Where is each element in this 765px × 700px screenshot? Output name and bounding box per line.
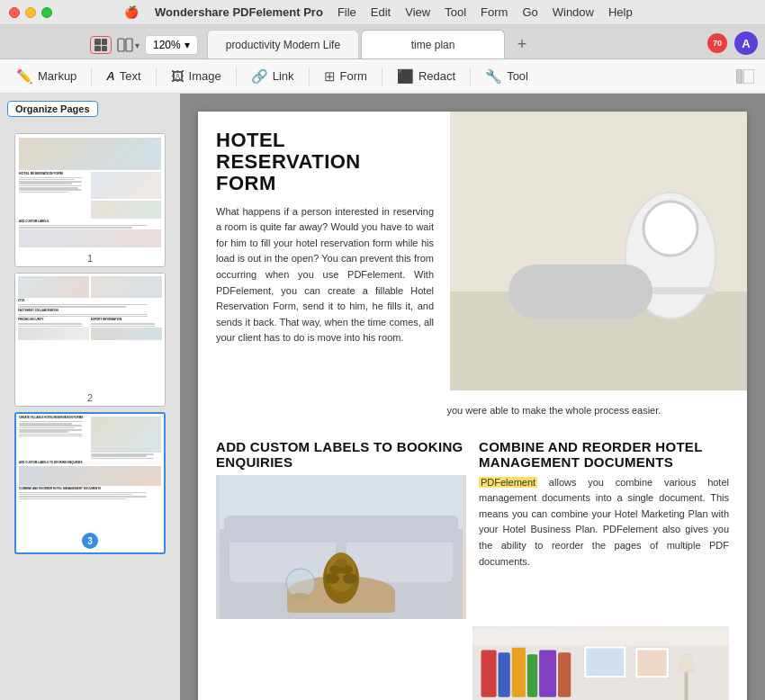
form-button[interactable]: ⊞ Form bbox=[315, 65, 376, 88]
page2-mini-content: ZYJE FACTSHEET COLLABORATION PRICING SEC… bbox=[15, 274, 165, 343]
svg-point-42 bbox=[292, 593, 310, 600]
pdf-below-right-text: you were able to make the whole process … bbox=[198, 390, 747, 419]
form-label: Form bbox=[340, 69, 367, 83]
pdf-body-text: What happens if a person interested in r… bbox=[216, 204, 434, 346]
tool-label: Tool bbox=[507, 69, 528, 83]
divider-2 bbox=[156, 67, 157, 85]
tab-add-button[interactable]: + bbox=[510, 32, 534, 56]
pdf-page: HOTELRESERVATIONFORM What happens if a p… bbox=[198, 112, 747, 700]
section2-title: ADD CUSTOM LABELS TO BOOKING ENQUIRIES bbox=[216, 439, 466, 470]
svg-rect-48 bbox=[527, 654, 537, 697]
svg-point-37 bbox=[343, 573, 357, 584]
svg-line-15 bbox=[643, 265, 653, 269]
image-label: Image bbox=[189, 69, 221, 83]
svg-rect-5 bbox=[450, 116, 747, 291]
view-grid-toggle[interactable] bbox=[90, 36, 112, 54]
pdf-left-col: HOTELRESERVATIONFORM What happens if a p… bbox=[198, 112, 450, 390]
tab-timeplan-label: time plan bbox=[411, 39, 455, 51]
divider-3 bbox=[236, 67, 237, 85]
apple-menu[interactable]: 🍎 bbox=[124, 5, 139, 19]
svg-rect-3 bbox=[743, 69, 754, 84]
pdf-section2-row: ADD CUSTOM LABELS TO BOOKING ENQUIRIES bbox=[198, 419, 747, 619]
pdf-bottom-section bbox=[198, 619, 747, 700]
svg-point-20 bbox=[559, 257, 576, 280]
close-button[interactable] bbox=[9, 7, 20, 18]
redact-button[interactable]: ⬛ Redact bbox=[388, 65, 464, 88]
page2-number: 2 bbox=[15, 390, 165, 406]
svg-point-16 bbox=[620, 229, 633, 242]
app-name: Wondershare PDFelement Pro bbox=[155, 5, 323, 19]
traffic-lights[interactable] bbox=[9, 7, 52, 18]
sidebar-toggle-icon[interactable] bbox=[733, 64, 758, 89]
svg-rect-52 bbox=[586, 648, 624, 675]
bottom-image bbox=[472, 626, 729, 700]
tab-timeplan[interactable]: time plan bbox=[361, 30, 505, 58]
page3-mini-content: CREATE FILLABLE HOTELRESERVATION FORMS bbox=[16, 414, 164, 503]
tab-productivity-label: productivity Modern Life bbox=[226, 39, 340, 51]
svg-point-21 bbox=[574, 254, 593, 278]
account-icon[interactable]: A bbox=[734, 31, 758, 55]
pdf-section2-right: COMBINE AND REORDER HOTEL MANAGEMENT DOC… bbox=[479, 426, 729, 619]
layout-icon bbox=[117, 37, 133, 53]
svg-rect-1 bbox=[126, 39, 132, 51]
svg-rect-4 bbox=[450, 116, 747, 387]
tool-icon: 🔧 bbox=[485, 68, 502, 85]
svg-rect-45 bbox=[482, 650, 497, 696]
hotel-room-image bbox=[450, 112, 747, 390]
markup-icon: ✏️ bbox=[16, 68, 33, 85]
text-button[interactable]: A Text bbox=[97, 66, 149, 86]
svg-rect-55 bbox=[685, 671, 688, 700]
menu-tool[interactable]: Tool bbox=[445, 5, 466, 19]
svg-rect-54 bbox=[637, 650, 666, 676]
page-thumb-3[interactable]: CREATE FILLABLE HOTELRESERVATION FORMS bbox=[14, 412, 166, 554]
pdf-right-continuation: you were able to make the whole process … bbox=[447, 405, 662, 416]
page-layout-icon[interactable]: ▾ bbox=[117, 37, 140, 53]
page1-mini-content: HOTEL RESERVATION FORM bbox=[15, 134, 165, 251]
link-button[interactable]: 🔗 Link bbox=[242, 65, 303, 88]
redact-icon: ⬛ bbox=[397, 68, 414, 85]
notification-badge[interactable]: 70 bbox=[707, 33, 727, 53]
pdf-combine-body-rest: allows you combine various hotel managem… bbox=[479, 477, 729, 567]
svg-rect-26 bbox=[454, 329, 551, 381]
menu-help[interactable]: Help bbox=[608, 5, 633, 19]
image-button[interactable]: 🖼 Image bbox=[162, 65, 230, 87]
menu-edit[interactable]: Edit bbox=[371, 5, 391, 19]
redact-label: Redact bbox=[418, 69, 455, 83]
toolbar-row: ✏️ Markup A Text 🖼 Image 🔗 Link ⊞ Form ⬛… bbox=[0, 59, 765, 94]
svg-point-13 bbox=[616, 238, 668, 290]
zoom-arrow: ▾ bbox=[184, 39, 190, 51]
tab-bar: ▾ 120% ▾ productivity Modern Life time p… bbox=[0, 25, 765, 59]
menu-view[interactable]: View bbox=[405, 5, 430, 19]
tool-button[interactable]: 🔧 Tool bbox=[476, 65, 537, 88]
minimize-button[interactable] bbox=[25, 7, 36, 18]
divider-4 bbox=[309, 67, 310, 85]
svg-rect-47 bbox=[512, 647, 526, 696]
svg-rect-46 bbox=[499, 652, 510, 696]
menu-bar: 🍎 Wondershare PDFelement Pro File Edit V… bbox=[52, 5, 633, 19]
title-bar: 🍎 Wondershare PDFelement Pro File Edit V… bbox=[0, 0, 765, 25]
zoom-control[interactable]: 120% ▾ bbox=[145, 35, 198, 55]
content-area: HOTELRESERVATIONFORM What happens if a p… bbox=[180, 94, 765, 700]
svg-point-40 bbox=[335, 559, 347, 568]
menu-window[interactable]: Window bbox=[553, 5, 594, 19]
menu-go[interactable]: Go bbox=[522, 5, 537, 19]
menu-file[interactable]: File bbox=[338, 5, 356, 19]
markup-button[interactable]: ✏️ Markup bbox=[7, 65, 86, 88]
page-thumb-1[interactable]: HOTEL RESERVATION FORM bbox=[14, 133, 166, 267]
menu-form[interactable]: Form bbox=[481, 5, 508, 19]
link-icon: 🔗 bbox=[251, 68, 268, 85]
page3-badge: 3 bbox=[82, 533, 98, 549]
fullscreen-button[interactable] bbox=[41, 7, 52, 18]
svg-point-24 bbox=[532, 283, 536, 286]
divider-6 bbox=[470, 67, 471, 85]
image-icon: 🖼 bbox=[171, 68, 184, 84]
pdf-combine-body: PDFelement allows you combine various ho… bbox=[479, 475, 729, 570]
svg-rect-22 bbox=[520, 277, 539, 292]
main-layout: Organize Pages HOTEL RESERVATION FORM bbox=[0, 94, 765, 700]
tab-productivity[interactable]: productivity Modern Life bbox=[207, 30, 359, 58]
svg-point-10 bbox=[546, 282, 704, 313]
sidebar: Organize Pages HOTEL RESERVATION FORM bbox=[0, 94, 180, 700]
text-icon: A bbox=[106, 69, 114, 83]
page-thumb-2[interactable]: ZYJE FACTSHEET COLLABORATION PRICING SEC… bbox=[14, 273, 166, 407]
svg-point-12 bbox=[609, 231, 676, 298]
